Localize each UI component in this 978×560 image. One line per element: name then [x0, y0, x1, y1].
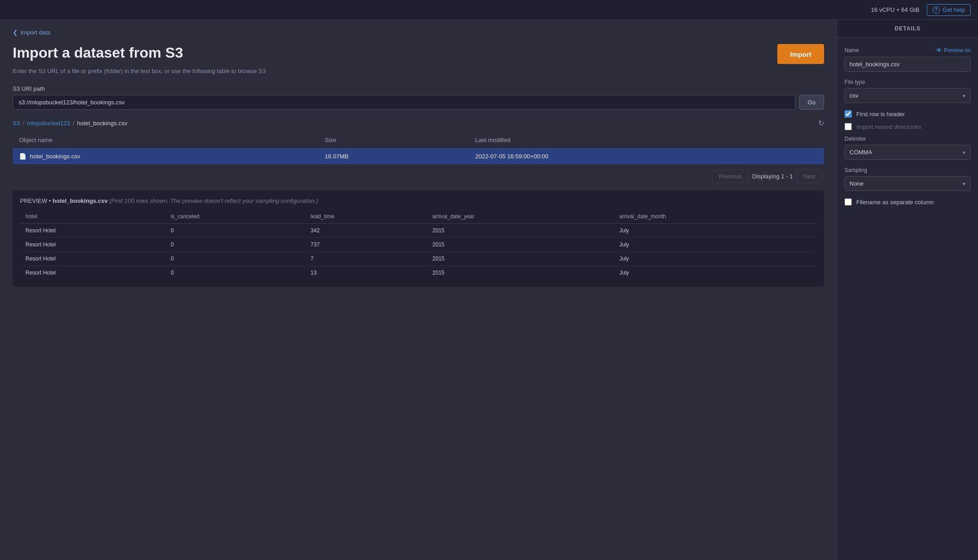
preview-cell: 737: [305, 238, 427, 252]
details-filetype-label: File type: [845, 79, 971, 85]
preview-row: Resort Hotel03422015July: [20, 224, 817, 238]
preview-cell: 0: [165, 224, 305, 238]
details-filetype-field: File type csvjsonparquetorctext: [845, 79, 971, 103]
preview-note: (First 100 rows shown. The preview doesn…: [109, 197, 318, 204]
filename-separate-label: Filename as separate column: [856, 199, 934, 206]
preview-title: PREVIEW • hotel_bookings.csv (First 100 …: [20, 197, 817, 204]
preview-cell: 342: [305, 224, 427, 238]
col-size: Size: [318, 132, 469, 148]
back-arrow-icon: ❮: [13, 29, 18, 36]
import-nested-label: Import nested directories: [856, 123, 921, 130]
delimiter-select-wrapper: COMMATABSEMICOLONPIPESPACE: [845, 145, 971, 160]
uri-row: Go: [13, 95, 824, 110]
preview-label: PREVIEW: [20, 197, 47, 204]
import-nested-row: Import nested directories: [845, 123, 971, 130]
preview-col-header: is_canceled: [165, 210, 305, 224]
details-sampling-label: Sampling: [845, 167, 971, 173]
breadcrumb-sep-2: /: [73, 120, 74, 127]
go-button[interactable]: Go: [799, 95, 824, 110]
sampling-select-wrapper: NoneRandomStratified: [845, 176, 971, 191]
preview-cell: 2015: [427, 252, 614, 266]
help-circle-icon: ?: [933, 6, 940, 14]
s3-uri-input[interactable]: [13, 95, 795, 110]
first-row-header-checkbox[interactable]: [845, 110, 852, 118]
preview-cell: Resort Hotel: [20, 266, 165, 280]
import-nested-checkbox[interactable]: [845, 123, 852, 130]
eye-icon: 👁: [936, 47, 942, 54]
right-panel: DETAILS Name 👁 Preview on File type: [837, 20, 978, 560]
table-row[interactable]: 📄hotel_bookings.csv 16.07MB 2022-07-05 1…: [13, 148, 824, 165]
next-button[interactable]: Next: [796, 170, 822, 183]
preview-cell: 2015: [427, 224, 614, 238]
preview-cell: Resort Hotel: [20, 224, 165, 238]
back-link[interactable]: ❮ Import data: [13, 29, 824, 36]
preview-col-header: arrival_date_year: [427, 210, 614, 224]
breadcrumb-file: hotel_bookings.csv: [77, 120, 128, 127]
preview-cell: Resort Hotel: [20, 238, 165, 252]
preview-cell: 2015: [427, 266, 614, 280]
resources-label: 16 vCPU + 64 GiB: [871, 6, 919, 13]
pagination-row: Previous Displaying 1 - 1 Next: [13, 170, 824, 183]
cell-object-name: 📄hotel_bookings.csv: [13, 148, 318, 165]
breadcrumb-s3[interactable]: S3: [13, 120, 20, 127]
get-help-button[interactable]: ? Get help: [927, 4, 971, 16]
breadcrumb-row: S3 / mlopsbucket123 / hotel_bookings.csv…: [13, 119, 824, 128]
page-subtitle: Enter the S3 URL of a file or prefix (fo…: [13, 68, 824, 74]
col-last-modified: Last modified: [469, 132, 824, 148]
filename-separate-checkbox[interactable]: [845, 198, 852, 206]
file-table: Object name Size Last modified 📄hotel_bo…: [13, 132, 824, 164]
page-header: Import a dataset from S3 Import: [13, 44, 824, 64]
pagination-info: Displaying 1 - 1: [752, 173, 793, 180]
preview-filename: hotel_bookings.csv: [53, 197, 108, 204]
left-panel: ❮ Import data Import a dataset from S3 I…: [0, 20, 837, 560]
page-title: Import a dataset from S3: [13, 44, 183, 61]
preview-cell: 0: [165, 238, 305, 252]
col-object-name: Object name: [13, 132, 318, 148]
s3-uri-field: S3 URI path Go: [13, 85, 824, 110]
filetype-select[interactable]: csvjsonparquetorctext: [845, 88, 971, 103]
refresh-icon[interactable]: ↻: [818, 119, 824, 128]
preview-row: Resort Hotel0132015July: [20, 266, 817, 280]
preview-cell: July: [614, 266, 817, 280]
details-delimiter-label: Delimiter: [845, 136, 971, 142]
preview-col-header: arrival_date_month: [614, 210, 817, 224]
breadcrumb-sep-1: /: [23, 120, 25, 127]
preview-cell: 0: [165, 266, 305, 280]
file-icon: 📄: [19, 153, 26, 160]
preview-col-header: lead_time: [305, 210, 427, 224]
details-name-field: Name 👁 Preview on: [845, 47, 971, 72]
preview-cell: 0: [165, 252, 305, 266]
preview-cell: 2015: [427, 238, 614, 252]
cell-size: 16.07MB: [318, 148, 469, 165]
preview-col-header: hotel: [20, 210, 165, 224]
details-sampling-field: Sampling NoneRandomStratified: [845, 167, 971, 191]
preview-cell: July: [614, 238, 817, 252]
first-row-header-label: First row is header: [856, 111, 905, 118]
preview-on-link[interactable]: 👁 Preview on: [936, 47, 971, 54]
details-body: Name 👁 Preview on File type csvjsonparqu…: [837, 38, 978, 220]
breadcrumb-bucket[interactable]: mlopsbucket123: [27, 120, 70, 127]
filetype-select-wrapper: csvjsonparquetorctext: [845, 88, 971, 103]
preview-cell: Resort Hotel: [20, 252, 165, 266]
filename-separate-row: Filename as separate column: [845, 198, 971, 206]
preview-cell: July: [614, 224, 817, 238]
preview-section: PREVIEW • hotel_bookings.csv (First 100 …: [13, 190, 824, 287]
main-layout: ❮ Import data Import a dataset from S3 I…: [0, 20, 978, 560]
preview-table: hotelis_canceledlead_timearrival_date_ye…: [20, 210, 817, 280]
preview-cell: July: [614, 252, 817, 266]
details-delimiter-field: Delimiter COMMATABSEMICOLONPIPESPACE: [845, 136, 971, 160]
first-row-header-row: First row is header: [845, 110, 971, 118]
preview-row: Resort Hotel072015July: [20, 252, 817, 266]
previous-button[interactable]: Previous: [712, 170, 749, 183]
breadcrumb: S3 / mlopsbucket123 / hotel_bookings.csv: [13, 120, 127, 127]
delimiter-select[interactable]: COMMATABSEMICOLONPIPESPACE: [845, 145, 971, 160]
details-name-input[interactable]: [845, 57, 971, 72]
details-header: DETAILS: [837, 20, 978, 38]
preview-cell: 13: [305, 266, 427, 280]
top-bar: 16 vCPU + 64 GiB ? Get help: [0, 0, 978, 20]
import-button[interactable]: Import: [777, 44, 824, 64]
cell-last-modified: 2022-07-05 16:59:00+00:00: [469, 148, 824, 165]
preview-row: Resort Hotel07372015July: [20, 238, 817, 252]
details-name-label: Name 👁 Preview on: [845, 47, 971, 54]
sampling-select[interactable]: NoneRandomStratified: [845, 176, 971, 191]
